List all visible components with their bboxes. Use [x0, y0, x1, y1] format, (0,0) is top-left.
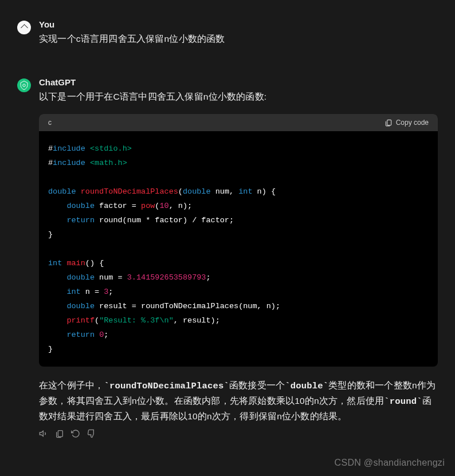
thumbs-down-icon[interactable]	[87, 429, 96, 438]
svg-rect-2	[58, 430, 62, 436]
assistant-author-label: ChatGPT	[39, 77, 438, 87]
code-block: c Copy code #include <stdio.h> #include …	[39, 114, 438, 367]
svg-point-0	[23, 84, 26, 87]
user-message: You 实现一个c语言用四舍五入保留n位小数的函数	[0, 17, 455, 58]
code-language-label: c	[48, 119, 52, 127]
user-content: You 实现一个c语言用四舍五入保留n位小数的函数	[39, 19, 438, 46]
assistant-avatar	[17, 78, 31, 92]
code-header: c Copy code	[39, 114, 438, 131]
openai-logo-icon	[19, 80, 29, 91]
assistant-message: ChatGPT 以下是一个用于在C语言中四舍五入保留n位小数的函数: c Cop…	[0, 75, 455, 449]
inline-code-double: `double`	[285, 381, 328, 391]
code-body[interactable]: #include <stdio.h> #include <math.h> dou…	[39, 131, 438, 367]
volume-icon[interactable]	[39, 429, 48, 438]
assistant-content: ChatGPT 以下是一个用于在C语言中四舍五入保留n位小数的函数: c Cop…	[39, 77, 438, 438]
clipboard-icon	[385, 119, 393, 127]
inline-code-round: `round`	[384, 396, 422, 407]
watermark: CSDN @shandianchengzi	[335, 458, 445, 468]
clipboard-icon[interactable]	[55, 429, 64, 438]
copy-code-button[interactable]: Copy code	[385, 119, 429, 127]
user-text: 实现一个c语言用四舍五入保留n位小数的函数	[39, 32, 438, 46]
copy-code-label: Copy code	[396, 119, 429, 127]
user-avatar	[17, 21, 31, 34]
svg-rect-1	[387, 120, 391, 125]
message-actions	[39, 429, 438, 438]
assistant-intro: 以下是一个用于在C语言中四舍五入保留n位小数的函数:	[39, 89, 438, 104]
user-author-label: You	[39, 19, 438, 29]
assistant-explanation: 在这个例子中，`roundToNDecimalPlaces`函数接受一个`dou…	[39, 378, 438, 424]
inline-code-roundto: `roundToNDecimalPlaces`	[104, 381, 229, 391]
regenerate-icon[interactable]	[71, 429, 80, 438]
